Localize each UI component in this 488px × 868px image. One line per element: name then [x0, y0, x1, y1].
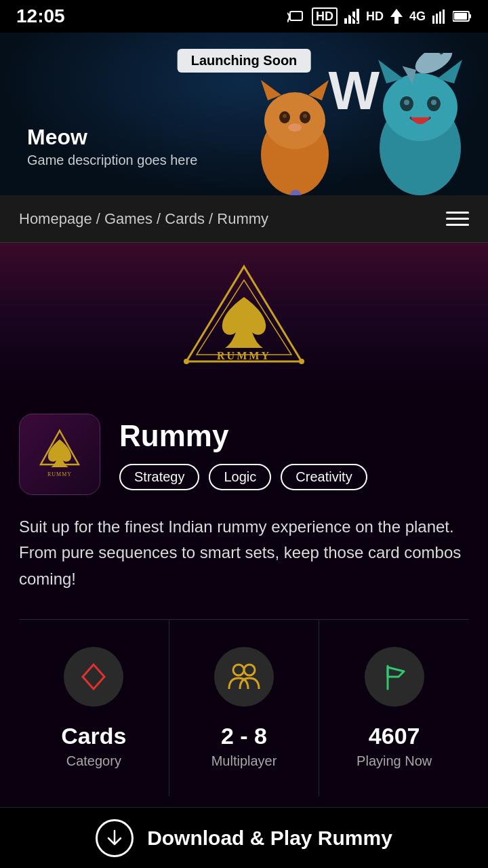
banner: Launching Soon W Meow Game description g… — [0, 33, 488, 195]
hero-section: RUMMY — [0, 243, 488, 392]
game-info-section: RUMMY Rummy Strategy Logic Creativity Su… — [0, 392, 488, 818]
stat-cards-icon-circle — [64, 647, 123, 707]
svg-point-33 — [431, 100, 436, 105]
svg-text:RUMMY: RUMMY — [217, 350, 271, 361]
hd-badge: HD — [312, 7, 338, 26]
svg-marker-7 — [390, 9, 403, 17]
mobile-signal-icon — [432, 9, 446, 24]
breadcrumb-sep-1: / — [96, 210, 104, 227]
cat-orange — [251, 73, 339, 195]
svg-line-6 — [346, 10, 358, 22]
multiplayer-icon — [228, 662, 260, 692]
banner-game-name: Meow — [27, 125, 197, 150]
battery-icon — [453, 10, 472, 22]
download-bar[interactable]: Download & Play Rummy — [0, 807, 488, 868]
breadcrumb-rummy[interactable]: Rummy — [217, 210, 268, 227]
svg-rect-14 — [469, 14, 471, 18]
banner-game-info: Meow Game description goes here — [27, 125, 197, 168]
breadcrumb-sep-3: / — [209, 210, 217, 227]
svg-rect-0 — [290, 12, 302, 20]
banner-game-desc: Game description goes here — [27, 153, 197, 168]
hamburger-menu[interactable] — [446, 212, 469, 226]
game-title-area: Rummy Strategy Logic Creativity — [119, 419, 367, 490]
svg-marker-44 — [83, 665, 104, 689]
svg-point-27 — [383, 73, 458, 141]
tag-strategy[interactable]: Strategy — [119, 464, 199, 490]
stat-multiplayer-icon-circle — [214, 647, 274, 707]
svg-text:RUMMY: RUMMY — [47, 471, 72, 477]
flag-icon — [380, 662, 409, 692]
status-bar: 12:05 HD HD 4G — [0, 0, 488, 33]
breadcrumb-bar: Homepage / Games / Cards / Rummy — [0, 195, 488, 243]
svg-rect-3 — [348, 15, 351, 24]
stat-playing-value: 4607 — [369, 723, 420, 749]
stats-row: Cards Category 2 - 8 Multiplayer — [19, 619, 469, 796]
stat-cards-label: Category — [66, 753, 121, 769]
banner-label: Launching Soon — [178, 49, 311, 73]
hamburger-line-2 — [446, 218, 469, 220]
cat-blue — [366, 53, 474, 195]
svg-point-41 — [299, 359, 304, 364]
svg-rect-9 — [432, 16, 434, 24]
hamburger-line-3 — [446, 224, 469, 226]
game-header: RUMMY Rummy Strategy Logic Creativity — [19, 414, 469, 495]
4g-label: 4G — [409, 9, 426, 24]
breadcrumb-sep-2: / — [157, 210, 165, 227]
svg-point-46 — [244, 665, 255, 675]
game-icon-svg: RUMMY — [33, 427, 87, 481]
stat-playing-icon-circle — [365, 647, 424, 707]
stat-multiplayer: 2 - 8 Multiplayer — [169, 620, 320, 796]
tag-creativity[interactable]: Creativity — [281, 464, 367, 490]
svg-point-23 — [303, 114, 307, 118]
download-text: Download & Play Rummy — [147, 827, 392, 850]
rummy-logo: RUMMY — [176, 256, 312, 378]
stat-multiplayer-label: Multiplayer — [211, 753, 277, 769]
download-arrow-icon — [104, 828, 125, 848]
stat-multiplayer-value: 2 - 8 — [221, 723, 267, 749]
svg-point-45 — [233, 665, 244, 675]
breadcrumb-games[interactable]: Games — [104, 210, 152, 227]
svg-rect-8 — [394, 17, 399, 24]
breadcrumb: Homepage / Games / Cards / Rummy — [19, 210, 268, 228]
svg-point-17 — [264, 92, 325, 149]
game-title: Rummy — [119, 419, 367, 453]
tag-logic[interactable]: Logic — [209, 464, 271, 490]
signal-icon — [344, 9, 359, 24]
game-description: Suit up for the finest Indian rummy expe… — [19, 514, 469, 592]
breadcrumb-cards[interactable]: Cards — [165, 210, 205, 227]
stat-cards: Cards Category — [19, 620, 169, 796]
stat-playing: 4607 Playing Now — [319, 620, 469, 796]
cast-icon — [287, 9, 305, 24]
cards-diamond-icon — [79, 662, 108, 692]
download-icon-circle — [96, 819, 134, 857]
4g-arrow-icon — [390, 9, 403, 24]
svg-rect-10 — [436, 14, 438, 24]
svg-point-24 — [288, 123, 302, 132]
game-icon: RUMMY — [19, 414, 100, 495]
stat-cards-value: Cards — [61, 723, 126, 749]
status-icons: HD HD 4G — [287, 7, 472, 26]
svg-point-22 — [283, 114, 287, 118]
svg-rect-12 — [443, 9, 445, 24]
svg-rect-15 — [454, 13, 467, 20]
hamburger-line-1 — [446, 212, 469, 214]
hd-4g-badge: HD — [366, 9, 384, 24]
breadcrumb-homepage[interactable]: Homepage — [19, 210, 92, 227]
game-tags: Strategy Logic Creativity — [119, 464, 367, 490]
svg-point-32 — [404, 100, 409, 105]
rummy-logo-svg: RUMMY — [176, 256, 312, 378]
stat-playing-label: Playing Now — [357, 753, 432, 769]
status-time: 12:05 — [16, 5, 65, 27]
svg-point-40 — [184, 359, 189, 364]
svg-rect-11 — [439, 12, 441, 24]
svg-rect-2 — [344, 18, 347, 24]
